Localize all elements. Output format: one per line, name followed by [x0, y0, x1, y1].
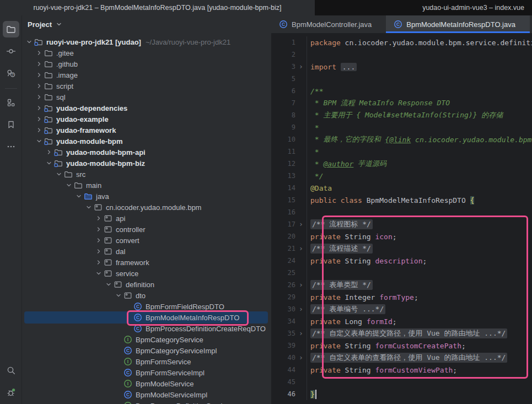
code-line-2[interactable]: 2 [271, 49, 532, 61]
tree-item-yudao-module-bpm[interactable]: yudao-module-bpm [22, 136, 271, 147]
code-line-3[interactable]: 3›import ... [271, 61, 532, 73]
chevron-right-icon[interactable] [35, 104, 44, 112]
code-line-21[interactable]: 21›/** 流程描述 */ [271, 243, 532, 255]
chevron-right-icon[interactable] [35, 82, 44, 90]
chevron-right-icon[interactable] [94, 236, 103, 245]
code-line-34[interactable]: 34private Long formId; [271, 315, 532, 327]
tree-item-cn.iocoder.yudao.module.bpm[interactable]: cn.iocoder.yudao.module.bpm [22, 202, 271, 213]
more-tools-icon[interactable] [3, 138, 19, 155]
chevron-down-icon[interactable] [25, 37, 34, 46]
tree-item-yudao-dependencies[interactable]: yudao-dependencies [22, 103, 271, 114]
project-folder-icon[interactable] [3, 21, 19, 37]
tree-item-.gitee[interactable]: .gitee [22, 47, 271, 58]
tree-item-ruoyi-vue-pro-jdk21-yudao-[interactable]: ruoyi-vue-pro-jdk21 [yudao]~/Java/ruoyi-… [22, 36, 271, 47]
tree-item-script[interactable]: script [22, 80, 271, 91]
code-line-44[interactable]: 44private String formCustomViewPath; [271, 364, 532, 376]
tree-item-sql[interactable]: sql [22, 91, 271, 103]
chevron-down-icon[interactable] [84, 203, 93, 212]
fold-arrow-icon[interactable]: › [295, 328, 307, 339]
fold-arrow-icon[interactable]: › [295, 61, 307, 72]
debug-bug-icon[interactable] [3, 384, 19, 401]
chevron-down-icon[interactable] [114, 291, 123, 300]
chevron-right-icon[interactable] [35, 71, 44, 79]
chevron-right-icon[interactable] [45, 148, 53, 157]
fold-arrow-icon[interactable]: › [295, 304, 307, 315]
code-line-40[interactable]: 40›/** 自定义表单的查看路径，使用 Vue 的路由地址 ...*/ [271, 352, 532, 364]
code-line-26[interactable]: 26›/** 表单类型 */ [271, 279, 532, 291]
code-line-46[interactable]: 46} [271, 388, 532, 400]
tree-item-framework[interactable]: framework [22, 257, 271, 268]
chevron-right-icon[interactable] [35, 93, 44, 101]
fold-arrow-icon[interactable]: › [295, 219, 307, 230]
code-line-14[interactable]: 14@Data [271, 182, 532, 194]
editor-tab-bpmmodelmetainforespdto.java[interactable]: CBpmModelMetaInfoRespDTO.java [386, 15, 530, 33]
fold-arrow-icon[interactable]: › [295, 352, 307, 363]
code-editor[interactable]: 1package cn.iocoder.yudao.module.bpm.ser… [271, 33, 532, 400]
tree-item-service[interactable]: service [22, 268, 271, 279]
tree-item-yudao-example[interactable]: yudao-example [22, 114, 271, 125]
code-line-25[interactable]: 25 [271, 267, 532, 279]
chevron-down-icon[interactable] [94, 269, 103, 278]
tree-item-bpmmodelservice[interactable]: IBpmModelService [22, 378, 271, 389]
chevron-right-icon[interactable] [35, 60, 44, 68]
tree-item-dto[interactable]: dto [22, 290, 271, 301]
structure-icon[interactable] [3, 94, 19, 111]
code-line-9[interactable]: 9 * [271, 121, 532, 133]
tree-item-.github[interactable]: .github [22, 58, 271, 69]
tree-item-convert[interactable]: convert [22, 235, 271, 246]
tree-item-bpmprocessdefinitionservice[interactable]: IBpmProcessDefinitionService [22, 400, 271, 404]
tree-item-.image[interactable]: .image [22, 69, 271, 80]
tree-item-yudao-module-bpm-biz[interactable]: yudao-module-bpm-biz [22, 158, 271, 169]
chevron-down-icon[interactable] [65, 181, 73, 190]
code-line-5[interactable]: 5 [271, 73, 532, 85]
tree-item-src[interactable]: src [22, 169, 271, 180]
tree-item-bpmmodelmetainforespdto[interactable]: CBpmModelMetaInfoRespDTO [22, 312, 271, 323]
code-line-16[interactable]: 16 [271, 206, 532, 218]
code-line-15[interactable]: 15public class BpmModelMetaInfoRespDTO { [271, 194, 532, 206]
chevron-right-icon[interactable] [35, 126, 44, 134]
tree-item-bpmformserviceimpl[interactable]: CBpmFormServiceImpl [22, 367, 271, 378]
tree-item-definition[interactable]: definition [22, 279, 271, 290]
chevron-right-icon[interactable] [94, 225, 103, 234]
search-icon[interactable] [3, 362, 19, 379]
code-line-11[interactable]: 11 * [271, 146, 532, 158]
commit-icon[interactable] [3, 43, 19, 60]
tree-item-yudao-framework[interactable]: yudao-framework [22, 125, 271, 136]
tree-item-bpmcategoryserviceimpl[interactable]: CBpmCategoryServiceImpl [22, 345, 271, 356]
code-line-10[interactable]: 10 * 最终，它的字段和 {@link cn.iocoder.yudao.mo… [271, 133, 532, 146]
chevron-down-icon[interactable] [55, 170, 63, 179]
chevron-down-icon[interactable] [45, 159, 53, 168]
tree-item-java[interactable]: java [22, 191, 271, 202]
chevron-down-icon[interactable] [74, 192, 83, 201]
tree-item-dal[interactable]: dal [22, 246, 271, 257]
chevron-down-icon[interactable] [35, 137, 44, 146]
tree-item-bpmcategoryservice[interactable]: IBpmCategoryService [22, 334, 271, 345]
fold-arrow-icon[interactable]: › [295, 279, 307, 290]
code-line-8[interactable]: 8 * 主要用于 { Model#setMetaInfo(String)} 的存… [271, 109, 532, 121]
tree-item-bpmformservice[interactable]: IBpmFormService [22, 356, 271, 367]
tree-item-bpmmodelserviceimpl[interactable]: CBpmModelServiceImpl [22, 389, 271, 400]
chevron-right-icon[interactable] [35, 49, 44, 57]
chevron-right-icon[interactable] [94, 214, 103, 223]
code-line-6[interactable]: 6/** [271, 85, 532, 97]
code-line-35[interactable]: 35›/** 自定义表单的提交路径，使用 Vue 的路由地址 ...*/ [271, 327, 532, 340]
code-line-12[interactable]: 12 * @author 芋道源码 [271, 158, 532, 170]
code-line-7[interactable]: 7 * BPM 流程 MetaInfo Response DTO [271, 97, 532, 109]
chevron-right-icon[interactable] [94, 247, 103, 256]
code-line-45[interactable]: 45 [271, 376, 532, 388]
code-line-30[interactable]: 30›/** 表单编号 ...*/ [271, 303, 532, 315]
tree-item-yudao-module-bpm-api[interactable]: yudao-module-bpm-api [22, 147, 271, 158]
code-line-39[interactable]: 39private String formCustomCreatePath; [271, 340, 532, 352]
tree-item-api[interactable]: api [22, 213, 271, 224]
project-panel-header[interactable]: Project [22, 15, 271, 33]
code-line-24[interactable]: 24private String description; [271, 255, 532, 267]
chevron-right-icon[interactable] [94, 258, 103, 267]
tree-item-main[interactable]: main [22, 180, 271, 191]
chevron-right-icon[interactable] [35, 115, 44, 123]
chevron-down-icon[interactable] [104, 280, 113, 289]
editor-tab-bpmmodelcontroller.java[interactable]: CBpmModelController.java [271, 15, 386, 33]
code-line-29[interactable]: 29private Integer formType; [271, 291, 532, 303]
code-line-17[interactable]: 17›/** 流程图标 */ [271, 218, 532, 230]
tree-item-bpmprocessdefinitioncreatereqdto[interactable]: CBpmProcessDefinitionCreateReqDTO [22, 323, 271, 334]
code-line-13[interactable]: 13 */ [271, 170, 532, 182]
